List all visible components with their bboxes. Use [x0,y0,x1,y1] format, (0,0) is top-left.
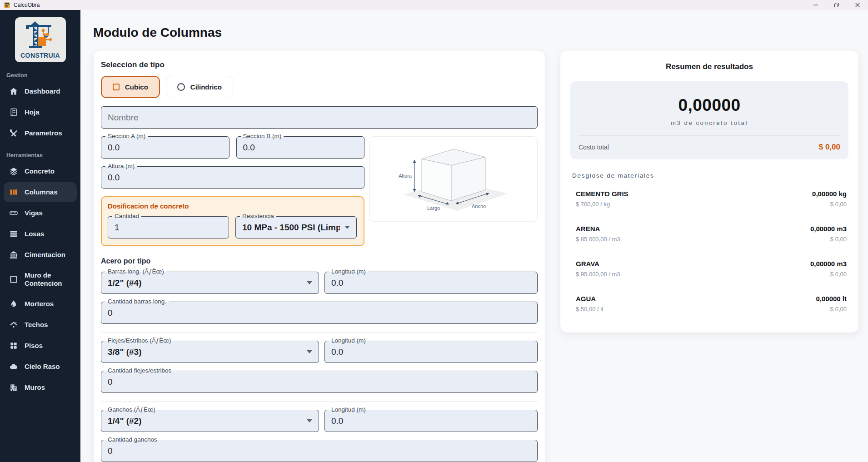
sidebar-item-muro-de-contencion[interactable]: Muro de Contencion [4,266,77,293]
roof-icon [9,320,18,329]
resistencia-value: 10 MPa - 1500 PSI (Limpie... [242,223,340,233]
material-row-cemento: CEMENTO GRIS $ 700,00 / kg 0,00000 kg $ … [560,183,858,214]
sidebar-item-losas[interactable]: Losas [4,224,77,244]
type-toggle-group: Cubico Cilindrico [101,76,538,98]
grid-icon [9,341,18,350]
sidebar-item-techos[interactable]: Techos [4,315,77,335]
building-icon [9,383,18,392]
sidebar-item-dashboard[interactable]: Dashboard [4,81,77,101]
sidebar-item-label: Techos [25,321,48,329]
sidebar-item-label: Morteros [25,300,54,308]
sidebar-item-hoja[interactable]: Hoja [4,102,77,122]
material-name: CEMENTO GRIS [576,190,629,198]
cantidad-flejes-field: Cantidad flejes/estribos [101,371,538,393]
material-row-agua: AGUA $ 50,00 / lt 0,00000 lt $ 0,00 [560,288,858,319]
cantidad-flejes-label: Cantidad flejes/estribos [105,367,174,374]
chevron-down-icon [307,350,312,353]
divider [101,401,538,402]
nombre-input[interactable] [108,113,531,123]
seccion-a-label: Seccion A (m) [105,133,148,140]
sidebar-item-morteros[interactable]: Morteros [4,294,77,314]
nombre-field-wrap [101,106,538,129]
altura-input[interactable] [108,173,358,183]
sidebar-item-columnas[interactable]: Columnas [4,182,77,202]
flejes-longitud-input[interactable] [331,347,531,357]
cantidad-label: Cantidad [112,213,141,220]
main-content: Modulo de Columnas Seleccion de tipo Cub… [80,10,868,462]
cantidad-ganchos-input[interactable] [108,446,531,456]
columns-icon [9,188,18,197]
seccion-a-field: Seccion A (m) [101,136,229,159]
type-option-label: Cubico [125,83,148,91]
type-section-label: Seleccion de tipo [101,60,538,70]
window-titlebar: CalcuObra [0,0,868,10]
material-row-grava: GRAVA $ 95.000,00 / m3 0,00000 m3 $ 0,00 [560,253,858,284]
app-icon [4,2,10,9]
sidebar-item-pisos[interactable]: Pisos [4,336,77,356]
cloud-icon [9,362,18,371]
close-button[interactable] [847,0,868,10]
chevron-down-icon [307,419,312,422]
ganchos-longitud-label: Longitud (m) [329,406,368,413]
seccion-b-field: Seccion B (m) [236,136,365,159]
sidebar-item-label: Vigas [25,209,43,217]
altura-label: Altura (m) [105,163,137,170]
restore-button[interactable] [826,0,847,10]
costo-total-label: Costo total [579,144,609,151]
cantidad-ganchos-field: Cantidad ganchos [101,440,538,462]
sidebar-item-cielo-raso[interactable]: Cielo Raso [4,357,77,377]
sidebar-item-vigas[interactable]: Vigas [4,203,77,223]
barras-longitud-label: Longitud (m) [329,268,368,275]
ganchos-label: Ganchos (ÃƒËœ) [105,406,158,413]
type-option-label: Cilindrico [190,83,222,91]
seccion-b-label: Seccion B (m) [241,133,284,140]
cantidad-field: Cantidad [108,216,229,238]
sidebar: CONSTRUIA Gestion Dashboard Hoja Paramet… [0,10,80,462]
sidebar-section-gestion: Gestion [0,64,80,80]
barras-long-label: Barras long. (ÃƒËœ) [105,268,166,275]
page-title: Modulo de Columnas [93,25,859,40]
cantidad-barras-input[interactable] [108,308,531,318]
cube-label-ancho: Ancho [472,204,486,209]
cube-diagram-card: Altura Largo Ancho [369,136,538,222]
cantidad-flejes-input[interactable] [108,377,531,387]
seccion-a-input[interactable] [108,143,223,153]
altura-field: Altura (m) [101,166,364,189]
material-subtotal: $ 0,00 [810,236,847,243]
resistencia-select[interactable]: Resistencia 10 MPa - 1500 PSI (Limpie... [235,216,357,238]
cantidad-input[interactable] [115,223,222,233]
sidebar-item-muros[interactable]: Muros [4,378,77,397]
bank-icon [9,250,18,259]
barras-longitud-input[interactable] [331,278,531,288]
home-icon [9,87,18,96]
minimize-button[interactable] [805,0,826,10]
desglose-title: Desglose de materiales [572,172,847,179]
sidebar-item-concreto[interactable]: Concreto [4,161,77,181]
seccion-b-input[interactable] [243,143,358,153]
crane-logo-icon [24,21,57,51]
barras-long-value: 1/2" (#4) [108,278,302,288]
type-option-cubico[interactable]: Cubico [101,76,160,98]
sidebar-item-cimentacion[interactable]: Cimentacion [4,245,77,265]
sidebar-section-herramientas: Herramientas [0,144,80,160]
barras-long-select[interactable]: Barras long. (ÃƒËœ) 1/2" (#4) [101,272,319,294]
cube-label-altura: Altura [399,173,412,179]
material-name: ARENA [576,225,620,233]
material-qty: 0,00000 m3 [810,260,847,268]
ganchos-select[interactable]: Ganchos (ÃƒËœ) 1/4" (#2) [101,410,319,432]
flejes-select[interactable]: Flejes/Estribos (ÃƒËœ) 3/8" (#3) [101,341,319,363]
close-icon [855,2,860,8]
ganchos-longitud-input[interactable] [331,416,531,426]
minimize-icon [813,2,818,8]
sidebar-item-label: Pisos [25,342,43,350]
results-card: Resumen de resultados 0,00000 m3 de conc… [560,50,859,333]
sidebar-item-label: Parametros [25,129,62,137]
sidebar-item-label: Losas [25,230,44,238]
dosificacion-box: Dosificacion de concreto Cantidad Resist… [101,196,364,246]
material-name: AGUA [576,295,604,303]
sidebar-item-parametros[interactable]: Parametros [4,123,77,143]
type-option-cilindrico[interactable]: Cilindrico [166,76,233,98]
cube-label-largo: Largo [427,205,440,211]
material-qty: 0,00000 lt [816,295,847,303]
material-subtotal: $ 0,00 [812,201,847,208]
